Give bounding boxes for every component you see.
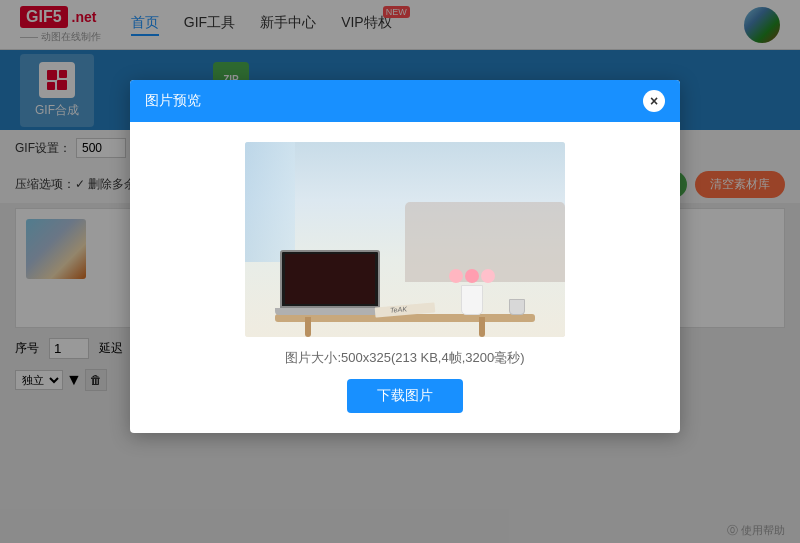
modal-preview-image: TeAK [245, 142, 565, 337]
modal-title: 图片预览 [145, 92, 201, 110]
modal-close-button[interactable]: × [643, 90, 665, 112]
preview-modal: 图片预览 × [130, 80, 680, 433]
modal-download-button[interactable]: 下载图片 [347, 379, 463, 413]
modal-header: 图片预览 × [130, 80, 680, 122]
modal-info: 图片大小:500x325(213 KB,4帧,3200毫秒) [285, 349, 524, 367]
modal-body: TeAK 图片大小:500x325(213 KB,4帧,3200毫秒) 下载图片 [130, 122, 680, 433]
